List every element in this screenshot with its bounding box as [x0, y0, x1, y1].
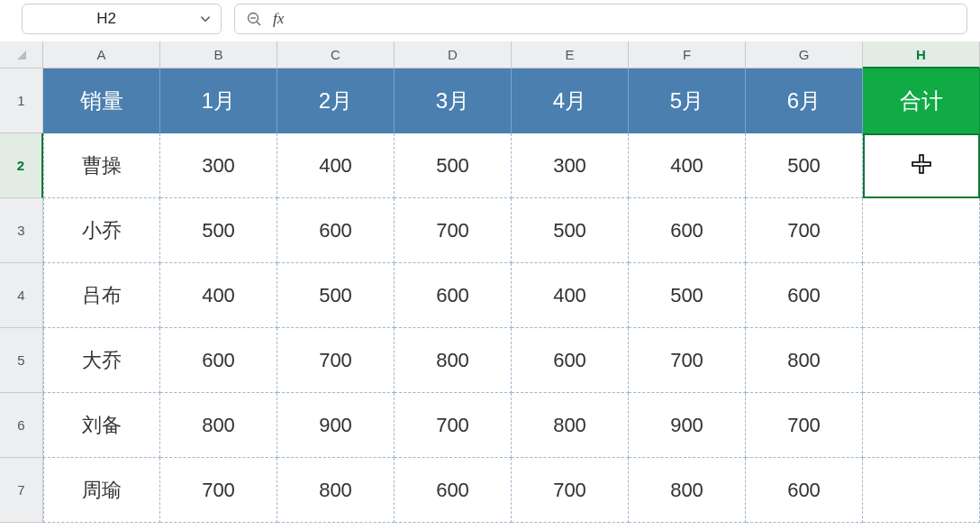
col-head-F[interactable]: F — [629, 41, 746, 69]
data-cell[interactable]: 400 — [629, 133, 746, 198]
data-cell[interactable]: 600 — [395, 263, 512, 328]
data-cell[interactable]: 800 — [629, 458, 746, 523]
data-cell[interactable]: 800 — [395, 328, 512, 393]
data-cell[interactable] — [863, 263, 980, 328]
data-cell[interactable]: 700 — [277, 328, 395, 393]
data-cell[interactable] — [863, 198, 980, 263]
row-head-2[interactable]: 2 — [0, 133, 43, 198]
row-head-1[interactable]: 1 — [0, 69, 43, 133]
data-cell[interactable]: 600 — [746, 458, 863, 523]
table-row: 2 曹操 300 400 500 300 400 500 — [0, 133, 980, 198]
table-row: 3 小乔 500 600 700 500 600 700 — [0, 198, 980, 263]
table-row: 6 刘备 800 900 700 800 900 700 — [0, 393, 980, 458]
formula-bar[interactable]: fx — [234, 4, 967, 34]
formula-input[interactable] — [295, 5, 966, 33]
col-head-C[interactable]: C — [277, 41, 395, 69]
data-cell[interactable]: 吕布 — [43, 263, 160, 328]
row-head-7[interactable]: 7 — [0, 458, 43, 523]
data-cell[interactable]: 900 — [629, 393, 746, 458]
table-row: 7 周瑜 700 800 600 700 800 600 — [0, 458, 980, 523]
data-cell[interactable] — [863, 133, 980, 198]
data-cell[interactable]: 600 — [160, 328, 277, 393]
data-cell[interactable]: 500 — [512, 198, 629, 263]
col-head-G[interactable]: G — [746, 41, 863, 69]
data-cell[interactable]: 400 — [160, 263, 277, 328]
data-cell[interactable]: 300 — [160, 133, 277, 198]
data-cell[interactable]: 400 — [277, 133, 395, 198]
header-cell[interactable]: 2月 — [277, 69, 395, 133]
data-cell[interactable]: 700 — [395, 198, 512, 263]
data-cell[interactable]: 400 — [512, 263, 629, 328]
data-cell[interactable]: 900 — [277, 393, 395, 458]
select-all-corner[interactable] — [0, 41, 43, 69]
col-head-A[interactable]: A — [43, 41, 160, 69]
fx-label: fx — [273, 10, 284, 28]
header-cell-total[interactable]: 合计 — [863, 69, 980, 133]
data-cell[interactable]: 700 — [746, 198, 863, 263]
data-cell[interactable]: 800 — [746, 328, 863, 393]
data-cell[interactable]: 600 — [629, 198, 746, 263]
data-cell[interactable] — [863, 458, 980, 523]
col-head-B[interactable]: B — [160, 41, 277, 69]
data-cell[interactable] — [863, 328, 980, 393]
data-cell[interactable]: 800 — [512, 393, 629, 458]
data-cell[interactable]: 600 — [395, 458, 512, 523]
data-cell[interactable]: 小乔 — [43, 198, 160, 263]
data-cell[interactable]: 500 — [395, 133, 512, 198]
table-row: 1 销量 1月 2月 3月 4月 5月 6月 合计 — [0, 69, 980, 133]
formula-toolbar: H2 fx — [0, 0, 980, 41]
header-cell[interactable]: 6月 — [746, 69, 863, 133]
data-cell[interactable]: 700 — [746, 393, 863, 458]
row-head-4[interactable]: 4 — [0, 263, 43, 328]
data-cell[interactable]: 大乔 — [43, 328, 160, 393]
row-head-5[interactable]: 5 — [0, 328, 43, 393]
data-cell[interactable]: 800 — [160, 393, 277, 458]
data-cell[interactable]: 曹操 — [43, 133, 160, 198]
data-cell[interactable]: 刘备 — [43, 393, 160, 458]
data-cell[interactable]: 600 — [512, 328, 629, 393]
data-cell[interactable]: 600 — [277, 198, 395, 263]
svg-line-2 — [257, 22, 260, 25]
data-cell[interactable]: 500 — [629, 263, 746, 328]
name-box-value: H2 — [23, 10, 190, 28]
data-cell[interactable]: 700 — [160, 458, 277, 523]
header-cell[interactable]: 5月 — [629, 69, 746, 133]
col-head-H[interactable]: H — [863, 41, 980, 69]
data-cell[interactable] — [863, 393, 980, 458]
row-head-3[interactable]: 3 — [0, 198, 43, 263]
row-head-6[interactable]: 6 — [0, 393, 43, 458]
data-cell[interactable]: 700 — [512, 458, 629, 523]
data-cell[interactable]: 800 — [277, 458, 395, 523]
spreadsheet-grid[interactable]: A B C D E F G H 1 销量 1月 2月 3月 4月 5月 6月 合… — [0, 41, 980, 523]
data-cell[interactable]: 700 — [629, 328, 746, 393]
col-head-E[interactable]: E — [512, 41, 629, 69]
data-cell[interactable]: 500 — [277, 263, 395, 328]
header-cell[interactable]: 3月 — [395, 69, 512, 133]
col-head-D[interactable]: D — [395, 41, 512, 69]
table-row: 4 吕布 400 500 600 400 500 600 — [0, 263, 980, 328]
name-box[interactable]: H2 — [22, 4, 222, 34]
chevron-down-icon[interactable] — [190, 13, 221, 25]
header-cell[interactable]: 1月 — [160, 69, 277, 133]
header-cell[interactable]: 4月 — [512, 69, 629, 133]
data-cell[interactable]: 300 — [512, 133, 629, 198]
column-header-row: A B C D E F G H — [0, 41, 980, 69]
data-cell[interactable]: 500 — [746, 133, 863, 198]
header-cell[interactable]: 销量 — [43, 69, 160, 133]
table-row: 5 大乔 600 700 800 600 700 800 — [0, 328, 980, 393]
zoom-out-icon[interactable] — [246, 11, 262, 27]
data-cell[interactable]: 600 — [746, 263, 863, 328]
data-cell[interactable]: 周瑜 — [43, 458, 160, 523]
data-cell[interactable]: 500 — [160, 198, 277, 263]
data-cell[interactable]: 700 — [395, 393, 512, 458]
